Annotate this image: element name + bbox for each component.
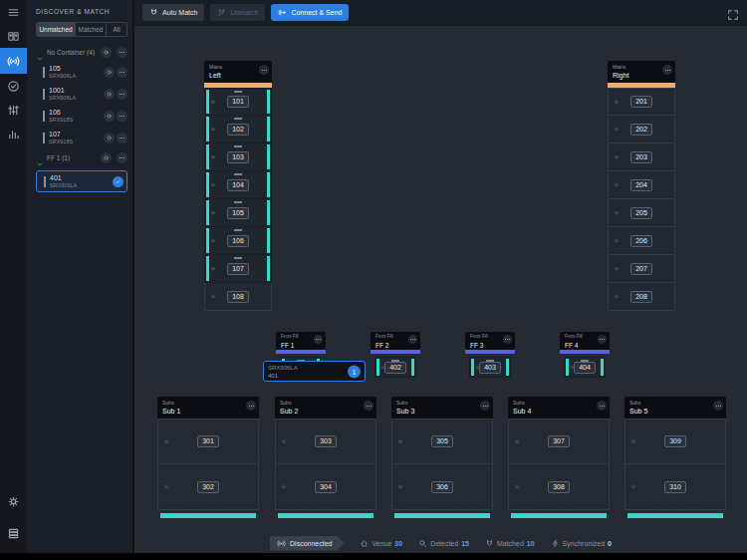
speaker-group-ff-2[interactable]: Front FillFF 2402 — [371, 332, 420, 378]
module-301[interactable]: 301 — [157, 419, 259, 464]
module-203[interactable]: 203 — [608, 143, 675, 171]
more-button[interactable] — [314, 335, 323, 344]
speaker-group-sub-3[interactable]: SubsSub 3305306 — [391, 397, 493, 518]
selected-check-icon — [113, 176, 124, 187]
module-202[interactable]: 202 — [608, 116, 675, 143]
locate-button[interactable] — [104, 133, 115, 143]
more-button[interactable] — [713, 401, 723, 411]
tab-unmatched[interactable]: Unmatched — [37, 23, 75, 36]
more-button[interactable] — [259, 65, 269, 75]
module-305[interactable]: 305 — [391, 419, 493, 464]
tab-matched[interactable]: Matched — [75, 23, 106, 36]
more-button[interactable] — [364, 401, 374, 411]
tree-item[interactable]: 107SRX918S — [36, 128, 127, 147]
tree-item[interactable]: 106SRX918S — [36, 106, 127, 126]
locate-button[interactable] — [104, 89, 115, 100]
more-button[interactable] — [117, 133, 127, 143]
more-icon — [119, 113, 125, 120]
sub-front-bar — [394, 513, 490, 518]
more-button[interactable] — [597, 401, 607, 411]
rail-item-menu[interactable] — [0, 0, 27, 24]
rail-item-check-circle[interactable] — [0, 74, 27, 98]
rail-item-settings-gear[interactable] — [0, 489, 27, 513]
module-306[interactable]: 306 — [391, 464, 493, 510]
module-307[interactable]: 307 — [508, 419, 610, 464]
module-105[interactable]: 105 — [204, 199, 272, 227]
module-104[interactable]: 104 — [204, 171, 272, 199]
broadcast-icon — [277, 539, 286, 548]
tab-all[interactable]: All — [106, 23, 126, 36]
chevron-down-icon — [36, 154, 44, 162]
module-302[interactable]: 302 — [157, 464, 259, 510]
module-id-chip: 308 — [548, 481, 570, 493]
more-button[interactable] — [117, 111, 127, 122]
tree-group-header[interactable]: No Container (4) — [36, 45, 127, 60]
module-107[interactable]: 107 — [204, 255, 272, 283]
count-badge: 1 — [348, 365, 361, 378]
locate-button[interactable] — [101, 47, 112, 58]
more-button[interactable] — [503, 335, 512, 344]
locate-button[interactable] — [104, 67, 115, 78]
more-button[interactable] — [117, 67, 127, 78]
more-button[interactable] — [408, 335, 417, 344]
more-button[interactable] — [598, 335, 607, 344]
module-308[interactable]: 308 — [508, 464, 610, 510]
speaker-group-right[interactable]: MainsRight201202203204205206207208 — [608, 61, 675, 311]
speaker-group-sub-2[interactable]: SubsSub 2303304 — [275, 397, 376, 518]
module-dot-icon — [211, 239, 215, 243]
module-id-chip: 207 — [630, 263, 652, 275]
module-208[interactable]: 208 — [608, 283, 675, 311]
module-309[interactable]: 309 — [624, 419, 726, 464]
module-310[interactable]: 310 — [624, 464, 726, 510]
module-101[interactable]: 101 — [204, 88, 272, 116]
speaker-group-sub-1[interactable]: SubsSub 1301302 — [157, 397, 259, 518]
module-204[interactable]: 204 — [608, 171, 675, 199]
more-icon — [119, 154, 125, 161]
more-button[interactable] — [117, 152, 127, 163]
speaker-group-ff-4[interactable]: Front FillFF 4404 — [560, 332, 610, 378]
module-201[interactable]: 201 — [608, 88, 675, 116]
more-button[interactable] — [662, 65, 672, 75]
rail-bottom-items — [0, 489, 27, 545]
tree-item[interactable]: 1001SRX906LA — [36, 84, 127, 104]
rail-item-log[interactable] — [0, 521, 27, 545]
speaker-group-left[interactable]: MainsLeft101102103104105106107108 — [204, 61, 272, 311]
more-button[interactable] — [480, 401, 490, 411]
connect-send-button[interactable]: Connect & Send — [271, 4, 349, 21]
locate-button[interactable] — [104, 111, 115, 122]
module-103[interactable]: 103 — [204, 143, 272, 171]
more-button[interactable] — [117, 47, 127, 58]
menu-icon — [7, 6, 20, 19]
tree-item[interactable]: 105SRX906LA — [36, 62, 127, 82]
module-102[interactable]: 102 — [204, 116, 272, 143]
module-106[interactable]: 106 — [204, 227, 272, 255]
module-404[interactable]: 404 — [564, 357, 606, 378]
speaker-group-sub-4[interactable]: SubsSub 4307308 — [508, 397, 610, 518]
group-header: SubsSub 5 — [624, 397, 726, 419]
more-button[interactable] — [117, 89, 127, 100]
module-304[interactable]: 304 — [275, 464, 376, 510]
module-403[interactable]: 403 — [469, 357, 511, 378]
rail-item-venue[interactable] — [0, 24, 27, 48]
locate-button[interactable] — [101, 152, 112, 163]
more-icon — [599, 336, 606, 343]
rail-item-discover[interactable] — [0, 48, 27, 74]
tree-item[interactable]: 401SRX906LA — [36, 170, 127, 192]
auto-match-button[interactable]: Auto Match — [142, 4, 204, 21]
fullscreen-icon[interactable] — [727, 7, 739, 19]
venue-canvas[interactable]: SRX906LA 401 1 Disconnected Venue30Detec… — [134, 26, 747, 553]
rail-item-tune[interactable] — [0, 98, 27, 122]
module-205[interactable]: 205 — [608, 199, 675, 227]
more-button[interactable] — [246, 401, 256, 411]
speaker-group-sub-5[interactable]: SubsSub 5309310 — [624, 397, 726, 518]
module-402[interactable]: 402 — [374, 357, 416, 378]
rail-item-levels[interactable] — [0, 122, 27, 145]
module-207[interactable]: 207 — [608, 255, 675, 283]
module-206[interactable]: 206 — [608, 227, 675, 255]
sub-front-bar — [160, 513, 256, 518]
module-303[interactable]: 303 — [275, 419, 376, 464]
tree-group-header[interactable]: FF 1 (1) — [36, 150, 127, 165]
module-id-chip: 301 — [197, 435, 219, 447]
speaker-group-ff-3[interactable]: Front FillFF 3403 — [465, 332, 515, 378]
module-108[interactable]: 108 — [204, 283, 272, 311]
